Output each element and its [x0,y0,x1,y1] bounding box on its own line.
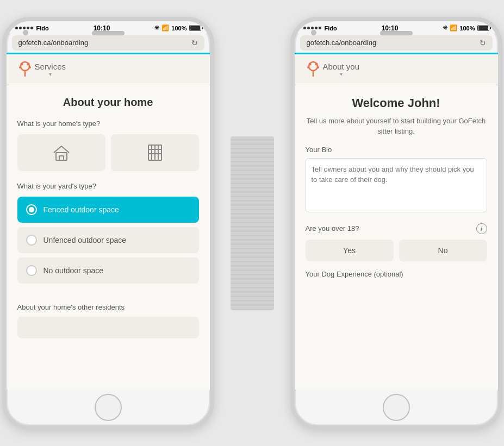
residents-section: About your home's other residents [7,303,210,338]
nav-title-right: About you ▾ [323,62,360,77]
yard-label-fenced: Fenced outdoor space [43,205,119,214]
nav-header-left: Services ▾ [7,54,210,85]
info-icon[interactable]: i [476,223,487,234]
home-type-options [17,134,199,171]
battery-icon-right [477,25,489,31]
house-type-btn[interactable] [17,134,105,171]
nav-header-right: About you ▾ [295,54,498,85]
phone-content-right: Welcome John! Tell us more about yoursel… [295,85,498,390]
building-type-btn[interactable] [111,134,199,171]
yard-question: What is your yard's type? [17,182,199,190]
svg-point-15 [308,62,311,65]
bio-textarea[interactable] [306,158,487,212]
page-title-left: About your home [17,96,199,109]
age-label: Are you over 18? [306,224,359,233]
phone-speaker-right [380,31,413,35]
house-icon [52,143,71,162]
age-section: Are you over 18? i Yes No Your Dog Exper… [306,223,487,278]
gofetch-logo-left [15,60,35,79]
radio-inner-fenced [29,207,34,212]
home-section: About your home What is your home's type… [7,85,210,303]
yes-no-row: Yes No [306,240,487,261]
svg-point-4 [29,66,31,68]
svg-rect-7 [59,156,64,160]
welcome-subtitle: Tell us more about yourself to start bui… [306,116,487,137]
phone-camera [23,30,28,35]
left-phone: Fido 10:10 ✳ 📶 100% gofetch.ca/onboardin… [2,17,214,430]
svg-point-17 [307,66,309,68]
wifi-icon-right: 📶 [450,24,457,32]
wifi-icon: 📶 [161,24,169,32]
nav-title-left: Services ▾ [35,62,66,77]
bluetooth-icon: ✳ [154,24,159,32]
signal-icon [15,27,33,29]
status-right-right: ✳ 📶 100% [443,24,489,32]
radio-fenced [26,204,37,215]
refresh-icon-left[interactable]: ↻ [191,39,198,47]
refresh-icon-right[interactable]: ↻ [480,39,486,47]
yard-options: Fenced outdoor space Unfenced outdoor sp… [17,197,199,284]
svg-point-16 [315,62,318,65]
svg-point-18 [317,66,319,68]
phone-content-left: About your home What is your home's type… [7,85,210,390]
residents-partial [17,317,199,338]
carrier-label: Fido [36,25,49,32]
nav-chevron-left: ▾ [35,71,66,77]
welcome-title: Welcome John! [306,96,487,110]
gofetch-logo-right [303,60,323,79]
welcome-section: Welcome John! Tell us more about yoursel… [295,85,498,289]
status-right-left: ✳ 📶 100% [154,24,201,32]
home-button-left[interactable] [95,394,122,421]
radio-unfenced [26,235,37,246]
yard-option-fenced[interactable]: Fenced outdoor space [17,197,199,223]
right-phone: Fido 10:10 ✳ 📶 100% gofetch.ca/onboardin… [290,17,502,430]
yard-option-unfenced[interactable]: Unfenced outdoor space [17,227,199,253]
bluetooth-icon-right: ✳ [443,24,447,32]
residents-label: About your home's other residents [17,303,199,311]
bio-label: Your Bio [306,146,487,154]
nav-chevron-right: ▾ [323,71,360,77]
no-button[interactable]: No [399,240,487,261]
dog-exp-label: Your Dog Experience (optional) [306,270,487,278]
home-button-right[interactable] [383,394,410,421]
yard-option-none[interactable]: No outdoor space [17,257,199,284]
url-text-right: gofetch.ca/onboarding [307,39,377,47]
building-icon [145,143,165,162]
svg-point-2 [27,62,29,65]
phone-speaker [92,31,125,35]
carrier-label-right: Fido [325,25,337,32]
address-bar-left[interactable]: gofetch.ca/onboarding ↻ [12,35,204,51]
yard-label-none: No outdoor space [43,266,104,275]
home-type-question: What is your home's type? [17,120,199,128]
battery-icon [189,25,201,31]
url-text-left: gofetch.ca/onboarding [18,39,89,47]
phone-camera-right [311,30,316,35]
battery-label: 100% [171,25,186,32]
battery-label-right: 100% [459,25,475,32]
radio-none [26,265,37,276]
signal-icon-right [303,27,321,29]
address-bar-right[interactable]: gofetch.ca/onboarding ↻ [300,35,493,51]
svg-point-1 [20,62,23,65]
yes-button[interactable]: Yes [306,240,394,261]
yard-label-unfenced: Unfenced outdoor space [43,236,127,244]
age-row: Are you over 18? i [306,223,487,234]
svg-point-3 [19,66,21,68]
